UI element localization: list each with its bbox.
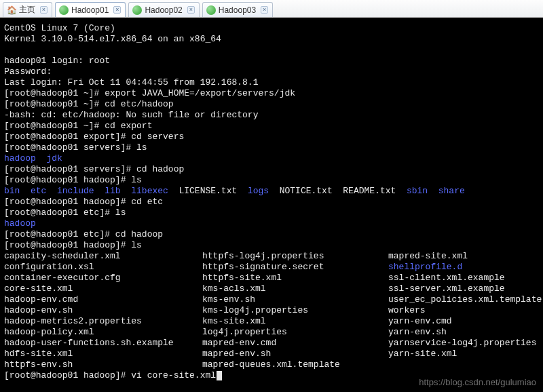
password-prompt: Password: xyxy=(4,66,52,77)
file-entry: kms-env.sh xyxy=(202,294,388,305)
file-entry: ssl-client.xml.example xyxy=(388,273,542,283)
file-entry: httpfs-env.sh xyxy=(4,359,202,370)
tab-label: Hadoop03 xyxy=(219,5,256,15)
prompt-line: [root@hadoop01 etc]# ls xyxy=(4,208,126,218)
file-entry: yarn-site.xml xyxy=(388,349,542,359)
file-entry: httpfs-signature.secret xyxy=(202,262,388,273)
terminal[interactable]: CentOS Linux 7 (Core) Kernel 3.10.0-514.… xyxy=(0,18,543,392)
file-entry: configuration.xsl xyxy=(4,262,202,273)
file-entry: hadoop-env.sh xyxy=(4,305,202,316)
file-entry: kms-acls.xml xyxy=(202,283,388,294)
prompt-line: [root@hadoop01 hadoop]# ls xyxy=(4,240,142,250)
tab-home[interactable]: 主页 × xyxy=(3,2,52,17)
kernel-line: Kernel 3.10.0-514.el7.x86_64 on an x86_6… xyxy=(4,34,221,44)
file-entry: user_ec_policies.xml.template xyxy=(388,294,542,305)
ls-output: bin etc include lib libexec LICENSE.txt … xyxy=(4,186,465,196)
prompt-line: [root@hadoop01 hadoop]# cd etc xyxy=(4,197,163,207)
file-entry: log4j.properties xyxy=(202,327,388,338)
close-icon[interactable]: × xyxy=(113,6,121,14)
prompt-line: [root@hadoop01 export]# cd servers xyxy=(4,132,184,142)
tab-label: Hadoop02 xyxy=(145,5,182,15)
close-icon[interactable]: × xyxy=(187,6,195,14)
host-icon xyxy=(206,5,216,15)
file-entry: hadoop-env.cmd xyxy=(4,294,202,305)
close-icon[interactable]: × xyxy=(40,6,48,14)
host-icon xyxy=(132,5,142,15)
file-entry: mapred-queues.xml.template xyxy=(202,359,388,370)
tab-hadoop02[interactable]: Hadoop02 × xyxy=(128,2,199,17)
file-entry: ssl-server.xml.example xyxy=(388,283,542,294)
login-prompt: hadoop01 login: root xyxy=(4,56,110,66)
file-entry: hdfs-site.xml xyxy=(4,349,202,359)
tab-hadoop01[interactable]: Hadoop01 × xyxy=(55,2,126,17)
close-icon[interactable]: × xyxy=(261,6,268,14)
file-entry: yarn-env.sh xyxy=(388,327,542,338)
file-entry: shellprofile.d xyxy=(388,262,542,273)
prompt-line: [root@hadoop01 ~]# cd etc/hadoop xyxy=(4,99,174,109)
cursor xyxy=(217,371,222,380)
ls-output: hadoop jdk xyxy=(4,153,62,163)
tab-bar: 主页 × Hadoop01 × Hadoop02 × Hadoop03 × xyxy=(0,0,543,18)
tab-label: 主页 xyxy=(19,4,35,16)
prompt-line: [root@hadoop01 ~]# export JAVA_HOME=/exp… xyxy=(4,88,295,98)
file-entry: httpfs-site.xml xyxy=(202,273,388,283)
file-entry: mapred-env.sh xyxy=(202,349,388,359)
file-listing: capacity-scheduler.xmlconfiguration.xslc… xyxy=(4,251,539,381)
file-entry: container-executor.cfg xyxy=(4,273,202,283)
prompt-line: [root@hadoop01 servers]# ls xyxy=(4,142,147,153)
file-entry: hadoop-metrics2.properties xyxy=(4,316,202,327)
file-entry: mapred-site.xml xyxy=(388,251,542,262)
error-line: -bash: cd: etc/hadoop: No such file or d… xyxy=(4,110,258,120)
prompt-line: [root@hadoop01 hadoop]# ls xyxy=(4,175,142,185)
file-entry: kms-site.xml xyxy=(202,316,388,327)
prompt-line: [root@hadoop01 servers]# cd hadoop xyxy=(4,164,184,174)
tab-hadoop03[interactable]: Hadoop03 × xyxy=(202,2,273,17)
home-icon xyxy=(7,5,16,15)
file-entry: hadoop-policy.xml xyxy=(4,327,202,338)
file-entry: workers xyxy=(388,305,542,316)
file-entry: yarnservice-log4j.properties xyxy=(388,338,542,349)
file-entry: hadoop-user-functions.sh.example xyxy=(4,338,202,349)
file-entry: core-site.xml xyxy=(4,283,202,294)
file-entry: capacity-scheduler.xml xyxy=(4,251,202,262)
last-login: Last login: Fri Oct 11 04:44:55 from 192… xyxy=(4,77,258,87)
prompt-line: [root@hadoop01 hadoop]# vi core-site.xml xyxy=(4,370,202,381)
prompt-line: [root@hadoop01 ~]# cd export xyxy=(4,121,152,131)
prompt-line: [root@hadoop01 etc]# cd hadoop xyxy=(4,229,163,239)
file-entry: yarn-env.cmd xyxy=(388,316,542,327)
file-entry: httpfs-log4j.properties xyxy=(202,251,388,262)
os-line: CentOS Linux 7 (Core) xyxy=(4,23,115,33)
file-entry: kms-log4j.properties xyxy=(202,305,388,316)
host-icon xyxy=(59,5,69,15)
ls-output: hadoop xyxy=(4,218,36,229)
file-entry: mapred-env.cmd xyxy=(202,338,388,349)
tab-label: Hadoop01 xyxy=(71,5,109,15)
